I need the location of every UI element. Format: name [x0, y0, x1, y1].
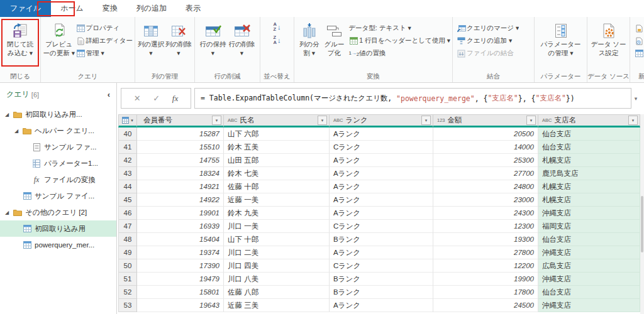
table-cell[interactable]: 近藤 一美 [224, 193, 330, 207]
table-cell[interactable]: 19479 [137, 273, 224, 286]
tab-add-column[interactable]: 列の追加 [127, 0, 176, 17]
vertical-scrollbar[interactable] [640, 114, 644, 314]
table-cell[interactable]: 17390 [137, 259, 224, 273]
table-cell[interactable]: Aランク [330, 207, 433, 220]
filter-icon[interactable]: ▾ [318, 116, 327, 125]
row-number[interactable]: 48 [118, 233, 137, 246]
filter-icon[interactable]: ▾ [212, 116, 221, 125]
table-cell[interactable]: 佐藤 八郎 [224, 286, 330, 299]
table-cell[interactable]: 24800 [433, 180, 538, 193]
table-cell[interactable]: 20500 [433, 127, 538, 141]
table-cell[interactable]: Cランク [330, 141, 433, 154]
table-cell[interactable]: Cランク [330, 259, 433, 273]
row-number[interactable]: 51 [118, 273, 137, 286]
column-header-name[interactable]: ABC 氏名 ▾ [224, 114, 330, 127]
table-cell[interactable]: 山下 十郎 [224, 233, 330, 246]
enter-data-button[interactable]: データの [634, 47, 644, 60]
table-cell[interactable]: 19643 [137, 299, 224, 312]
row-number[interactable]: 46 [118, 207, 137, 220]
table-cell[interactable]: 19901 [137, 207, 224, 220]
table-cell[interactable]: Aランク [330, 246, 433, 259]
sidebar-item[interactable]: パラメーター1... [0, 155, 116, 171]
collapse-pane-icon[interactable]: ‹ [108, 90, 111, 99]
table-cell[interactable]: 仙台支店 [538, 127, 640, 141]
table-cell[interactable]: 川口 八美 [224, 273, 330, 286]
table-cell[interactable]: Aランク [330, 193, 433, 207]
table-cell[interactable]: 14000 [433, 141, 538, 154]
table-cell[interactable]: 福岡支店 [538, 220, 640, 233]
row-number[interactable]: 53 [118, 299, 137, 312]
table-cell[interactable]: 鈴木 九美 [224, 207, 330, 220]
sidebar-item[interactable]: サンプル ファイ... [0, 188, 116, 204]
refresh-preview-button[interactable]: プレビューの更新 ▾ [43, 20, 75, 57]
table-cell[interactable]: 18324 [137, 167, 224, 180]
table-cell[interactable]: 札幌支店 [538, 193, 640, 207]
table-cell[interactable]: 佐藤 十郎 [224, 180, 330, 193]
row-number[interactable]: 44 [118, 180, 137, 193]
table-cell[interactable]: 14922 [137, 193, 224, 207]
table-cell[interactable]: 川口 四美 [224, 259, 330, 273]
table-cell[interactable]: 15287 [137, 127, 224, 141]
replace-values-button[interactable]: 1→2 値の置換 [348, 47, 450, 60]
row-number[interactable]: 43 [118, 167, 137, 180]
table-cell[interactable]: 仙台支店 [538, 286, 640, 299]
row-number[interactable]: 45 [118, 193, 137, 207]
sidebar-item[interactable]: ◢ヘルパー クエリ... [0, 122, 116, 139]
sidebar-item[interactable]: サンプル ファ... [0, 139, 116, 155]
tab-view[interactable]: 表示 [176, 0, 210, 17]
row-number[interactable]: 40 [118, 127, 137, 141]
remove-columns-button[interactable]: 列の削除 ▾ [165, 20, 192, 57]
column-header-member-no[interactable]: 会員番号 ▾ [137, 114, 224, 127]
row-number[interactable]: 49 [118, 246, 137, 259]
commit-formula-icon[interactable]: ✓ [153, 94, 160, 103]
row-number[interactable]: 52 [118, 286, 137, 299]
table-cell[interactable]: 川口 一美 [224, 220, 330, 233]
table-cell[interactable]: Bランク [330, 233, 433, 246]
table-cell[interactable]: 12200 [433, 259, 538, 273]
table-cell[interactable]: 15404 [137, 233, 224, 246]
table-cell[interactable]: 沖縄支店 [538, 246, 640, 259]
manage-parameters-button[interactable]: パラメーターの管理 ▾ [540, 20, 582, 57]
filter-icon[interactable]: ▾ [421, 116, 431, 125]
manage-button[interactable]: 管理 ▾ [75, 47, 133, 60]
use-first-row-as-headers-button[interactable]: 1 行目をヘッダーとして使用 ▾ [348, 35, 450, 47]
choose-columns-button[interactable]: 列の選択 ▾ [137, 20, 165, 57]
sidebar-item[interactable]: fxファイルの変換 [0, 171, 116, 188]
merge-queries-button[interactable]: クエリのマージ ▾ [456, 22, 519, 35]
table-cell[interactable]: 広島支店 [538, 259, 640, 273]
table-cell[interactable]: 27800 [433, 246, 538, 259]
table-cell[interactable]: 沖縄支店 [538, 207, 640, 220]
table-cell[interactable]: Aランク [330, 154, 433, 167]
cancel-formula-icon[interactable]: ✕ [134, 94, 141, 103]
table-cell[interactable]: Cランク [330, 220, 433, 233]
column-header-branch[interactable]: ABC 支店名 ▾ [538, 114, 640, 127]
formula-input[interactable]: = Table.ExpandTableColumn(マージされたクエリ数, "p… [194, 88, 631, 109]
table-cell[interactable]: 15510 [137, 141, 224, 154]
sort-ascending-button[interactable]: AZ ↓ [274, 21, 281, 32]
split-column-button[interactable]: 列の分割 ▾ [296, 20, 323, 57]
table-cell[interactable]: 山田 五郎 [224, 154, 330, 167]
table-cell[interactable]: 近藤 三美 [224, 299, 330, 312]
table-cell[interactable]: 鈴木 五美 [224, 141, 330, 154]
new-source-button[interactable]: 新しい [634, 22, 644, 35]
filter-icon[interactable]: ▾ [526, 116, 536, 125]
group-by-button[interactable]: グループ化 [323, 20, 347, 57]
filter-icon[interactable]: ▾ [628, 116, 638, 125]
table-cell[interactable]: 川口 二美 [224, 246, 330, 259]
table-cell[interactable]: Aランク [330, 167, 433, 180]
table-cell[interactable]: 24300 [433, 207, 538, 220]
table-cell[interactable]: Aランク [330, 299, 433, 312]
table-cell[interactable]: 仙台支店 [538, 141, 640, 154]
table-cell[interactable]: 沖縄支店 [538, 299, 640, 312]
column-header-rank[interactable]: ABC ランク ▾ [330, 114, 433, 127]
tree-expander-icon[interactable]: ◢ [5, 210, 12, 215]
table-cell[interactable]: 23000 [433, 193, 538, 207]
table-cell[interactable]: 12300 [433, 220, 538, 233]
table-cell[interactable]: 札幌支店 [538, 154, 640, 167]
table-cell[interactable]: Bランク [330, 286, 433, 299]
sidebar-item[interactable]: ◢初回取り込み用... [0, 106, 116, 122]
table-cell[interactable]: 鹿児島支店 [538, 167, 640, 180]
sidebar-item[interactable]: powerquery_mer... [0, 237, 116, 253]
row-number[interactable]: 47 [118, 220, 137, 233]
table-cell[interactable]: 鈴木 七美 [224, 167, 330, 180]
